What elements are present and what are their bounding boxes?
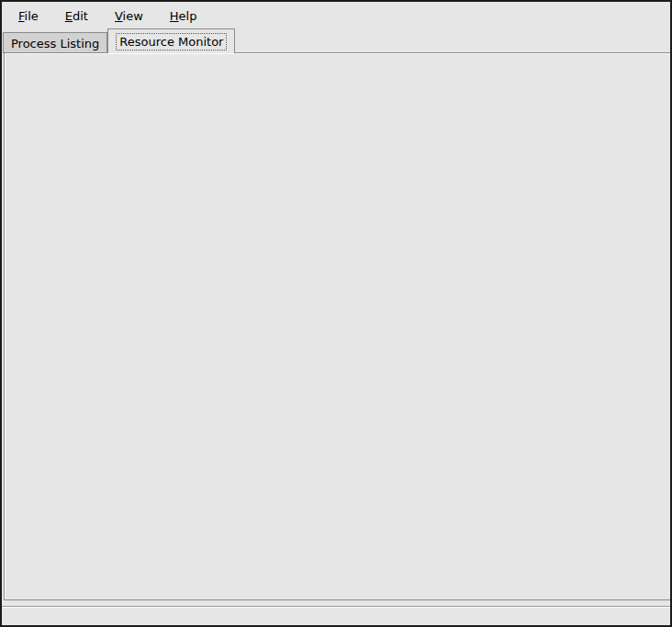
menu-edit[interactable]: Edit bbox=[58, 6, 95, 26]
system-monitor-window: File Edit View Help Process Listing Reso… bbox=[0, 0, 672, 627]
tab-resource-monitor[interactable]: Resource Monitor bbox=[107, 28, 235, 53]
menu-view[interactable]: View bbox=[107, 6, 151, 26]
tab-process-listing[interactable]: Process Listing bbox=[3, 32, 107, 53]
status-bar bbox=[2, 606, 670, 625]
menu-bar: File Edit View Help bbox=[2, 4, 670, 28]
resource-monitor-panel bbox=[4, 52, 672, 600]
tab-resource-monitor-label: Resource Monitor bbox=[116, 33, 227, 50]
menu-file[interactable]: File bbox=[11, 6, 46, 26]
tab-bar: Process Listing Resource Monitor bbox=[3, 28, 671, 53]
tab-process-listing-label: Process Listing bbox=[11, 37, 99, 50]
menu-help[interactable]: Help bbox=[162, 6, 205, 26]
